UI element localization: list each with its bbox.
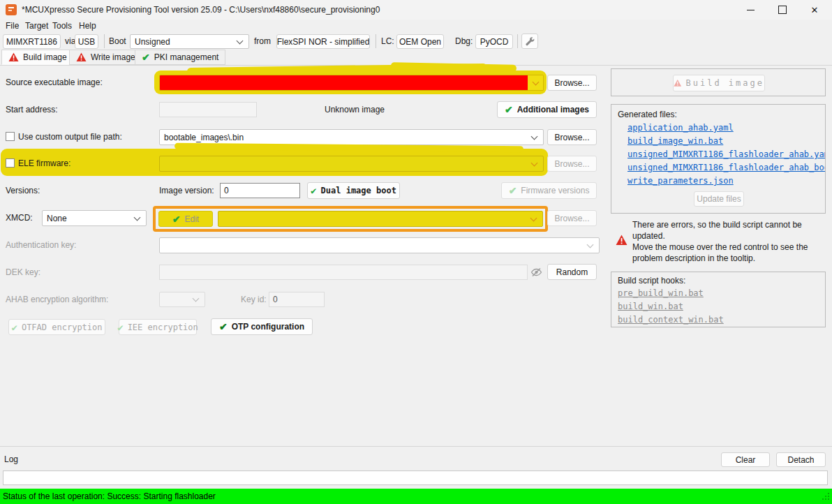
toolbar-separator: [376, 34, 376, 48]
generated-file-link[interactable]: write_parameters.json: [627, 176, 734, 186]
dbg-label: Dbg:: [455, 34, 473, 49]
xmcd-path-combo[interactable]: [218, 211, 543, 227]
key-id-field: 0: [269, 292, 325, 307]
tab-pki-management[interactable]: ✔ PKI management: [135, 50, 225, 65]
image-version-label: Image version:: [159, 183, 214, 198]
menu-bar: File Target Tools Help: [0, 20, 832, 33]
window-title: *MCUXpresso Secure Provisioning Tool ver…: [22, 0, 380, 20]
custom-output-value: bootable_images\.bin: [160, 133, 532, 142]
log-output[interactable]: [3, 470, 828, 485]
chevron-down-icon: [530, 214, 537, 221]
firmware-versions-button: ✔ Firmware versions: [501, 182, 597, 199]
custom-output-browse-button[interactable]: Browse...: [547, 129, 597, 145]
custom-output-label: Use custom output file path:: [18, 129, 122, 144]
log-title: Log: [4, 452, 18, 467]
app-icon: [6, 4, 17, 15]
tab-write-image[interactable]: Write image: [69, 50, 142, 65]
generated-file-link[interactable]: application_ahab.yaml: [627, 123, 734, 133]
xmcd-browse-button: Browse...: [547, 210, 597, 226]
tab-label: PKI management: [154, 52, 219, 62]
check-icon: ✔: [505, 104, 513, 115]
check-icon: ✔: [142, 52, 150, 63]
xmcd-label: XMCD:: [6, 210, 33, 225]
check-icon: ✔: [509, 185, 517, 196]
error-icon: [8, 52, 19, 62]
minimize-icon: [747, 10, 755, 10]
menu-target[interactable]: Target: [24, 20, 50, 33]
build-script-hooks-group: Build script hooks: pre_build_win.bat bu…: [611, 272, 826, 327]
authentication-key-label: Authentication key:: [6, 237, 76, 253]
menu-tools[interactable]: Tools: [51, 20, 73, 33]
xmcd-edit-button[interactable]: ✔ Edit: [158, 211, 213, 227]
connection-button[interactable]: USB: [75, 34, 98, 49]
custom-output-checkbox[interactable]: [6, 132, 15, 141]
image-version-field[interactable]: 0: [220, 183, 300, 198]
dek-key-label: DEK key:: [6, 265, 40, 280]
hook-link[interactable]: build_win.bat: [618, 302, 683, 311]
xmcd-value: None: [43, 214, 135, 223]
minimize-button[interactable]: [734, 0, 766, 20]
generated-file-link[interactable]: unsigned_MIMXRT1186_flashloader_ahab_boo…: [627, 163, 826, 172]
toolbar: MIMXRT1186 via USB Boot Unsigned from Fl…: [0, 33, 832, 50]
menu-file[interactable]: File: [4, 20, 20, 33]
hook-link[interactable]: pre_build_win.bat: [618, 288, 704, 298]
check-icon: ✔: [117, 322, 123, 333]
additional-images-button[interactable]: ✔ Additional images: [497, 101, 597, 118]
life-cycle-button[interactable]: OEM Open: [396, 34, 444, 49]
boot-device-button[interactable]: FlexSPI NOR - simplified: [276, 34, 370, 49]
key-id-label: Key id:: [241, 292, 267, 307]
detach-log-button[interactable]: Detach: [776, 452, 826, 467]
tab-label: Build image: [23, 52, 67, 62]
otfad-encryption-button: ✔ OTFAD encryption: [8, 319, 105, 335]
warning-icon: [674, 78, 682, 88]
generated-file-link[interactable]: build_image_win.bat: [627, 136, 723, 146]
check-icon: ✔: [219, 321, 228, 332]
ahab-algorithm-select: [159, 292, 205, 307]
status-bar: Status of the last operation: Success: S…: [0, 489, 832, 504]
resize-grip[interactable]: [828, 493, 829, 494]
update-files-button: Update files: [694, 191, 744, 207]
show-password-icon[interactable]: [530, 267, 542, 280]
wrench-icon: [525, 36, 535, 46]
error-icon: [616, 235, 627, 246]
ahab-algorithm-label: AHAB encryption algorithm:: [6, 292, 108, 307]
xmcd-select[interactable]: None: [42, 210, 147, 226]
ele-firmware-checkbox[interactable]: [6, 158, 15, 168]
error-message-text: There are errors, so the build script ca…: [632, 219, 824, 264]
check-icon: ✔: [11, 322, 17, 333]
error-message-block: There are errors, so the build script ca…: [611, 219, 826, 269]
maximize-button[interactable]: [766, 0, 798, 20]
otp-configuration-button[interactable]: ✔ OTP configuration: [211, 318, 313, 335]
debug-probe-button[interactable]: PyOCD: [475, 34, 513, 49]
chevron-down-icon: [587, 241, 594, 248]
generated-files-title: Generated files:: [618, 107, 677, 122]
dual-image-boot-button[interactable]: ✔ Dual image boot: [307, 182, 400, 199]
toolbar-separator: [104, 34, 105, 48]
chevron-down-icon: [531, 133, 538, 140]
start-address-label: Start address:: [6, 102, 58, 117]
processor-button[interactable]: MIMXRT1186: [3, 34, 61, 49]
settings-button[interactable]: [521, 34, 538, 49]
build-image-button[interactable]: Build image: [673, 75, 765, 91]
menu-help[interactable]: Help: [77, 20, 98, 33]
boot-label: Boot: [109, 34, 126, 49]
versions-label: Versions:: [6, 183, 40, 198]
boot-mode-select[interactable]: Unsigned: [130, 34, 249, 49]
ele-firmware-combo[interactable]: [159, 156, 544, 172]
ele-firmware-browse-button: Browse...: [547, 156, 597, 172]
generated-files-group: Generated files: application_ahab.yaml b…: [611, 104, 826, 214]
close-button[interactable]: ✕: [798, 0, 831, 20]
generated-file-link[interactable]: unsigned_MIMXRT1186_flashloader_ahab.yam…: [627, 149, 826, 159]
check-icon: ✔: [172, 214, 181, 225]
hook-link[interactable]: build_context_win.bat: [618, 315, 724, 325]
source-image-combo[interactable]: [159, 75, 544, 91]
authentication-key-combo[interactable]: [159, 237, 600, 253]
dek-random-button[interactable]: Random: [547, 264, 597, 280]
tab-build-image[interactable]: Build image: [1, 50, 74, 65]
chevron-down-icon: [531, 159, 538, 166]
clear-log-button[interactable]: Clear: [721, 452, 770, 467]
build-script-hooks-title: Build script hooks:: [618, 273, 685, 288]
chevron-down-icon: [532, 78, 539, 85]
image-info-text: Unknown image: [325, 102, 385, 117]
source-image-browse-button[interactable]: Browse...: [547, 75, 597, 91]
